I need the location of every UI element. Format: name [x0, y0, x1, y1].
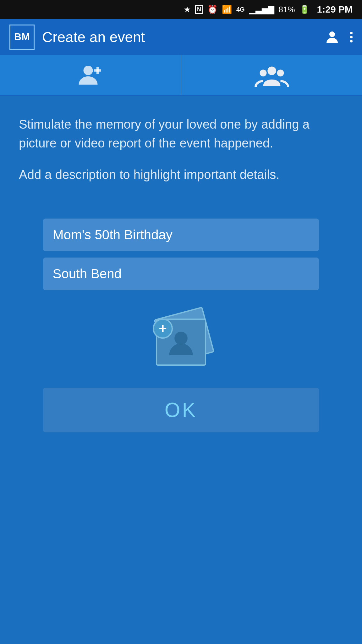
svg-point-7 [267, 66, 276, 75]
location-input[interactable] [43, 258, 319, 290]
tab-add-person[interactable] [0, 55, 181, 95]
app-logo: BM [9, 25, 35, 50]
app-bar: BM Create an event [0, 19, 362, 55]
plus-icon: + [153, 319, 173, 339]
tab-group[interactable] [181, 55, 362, 95]
profile-icon[interactable] [324, 29, 341, 46]
status-bar: ★ N ⏰ 📶 4G ▁▃▅▇ 81% 🔋 1:29 PM [0, 0, 362, 19]
description-paragraph-2: Add a description to highlight important… [19, 165, 343, 184]
tab-bar [0, 55, 362, 96]
signal-icon: ▁▃▅▇ [249, 5, 274, 14]
app-title: Create an event [42, 29, 324, 46]
more-options-icon[interactable] [350, 32, 353, 42]
svg-point-10 [174, 332, 188, 345]
form-section: + OK [19, 219, 343, 432]
description-paragraph-1: Stimulate the memory of your loved one b… [19, 115, 343, 153]
svg-point-0 [329, 31, 335, 37]
svg-point-9 [277, 69, 284, 76]
alarm-icon: ⏰ [207, 5, 217, 14]
svg-point-8 [260, 69, 266, 76]
wifi-icon: 📶 [222, 5, 232, 14]
status-time: 1:29 PM [317, 4, 353, 15]
status-icons: ★ N ⏰ 📶 4G ▁▃▅▇ 81% 🔋 1:29 PM [184, 4, 353, 15]
app-bar-actions [324, 29, 353, 46]
add-person-tab-icon [76, 61, 105, 89]
photo-stack: + [150, 309, 212, 372]
battery-icon: 🔋 [299, 5, 310, 14]
group-tab-icon [255, 61, 289, 89]
ok-button[interactable]: OK [43, 388, 319, 432]
add-photo-button[interactable]: + [150, 309, 212, 372]
lte-icon: 4G [236, 6, 245, 13]
bluetooth-icon: ★ [184, 5, 191, 14]
svg-point-1 [83, 66, 93, 75]
event-name-input[interactable] [43, 219, 319, 251]
battery-percent: 81% [279, 5, 295, 14]
nfc-icon: N [195, 5, 203, 14]
main-content: Stimulate the memory of your loved one b… [0, 96, 362, 644]
